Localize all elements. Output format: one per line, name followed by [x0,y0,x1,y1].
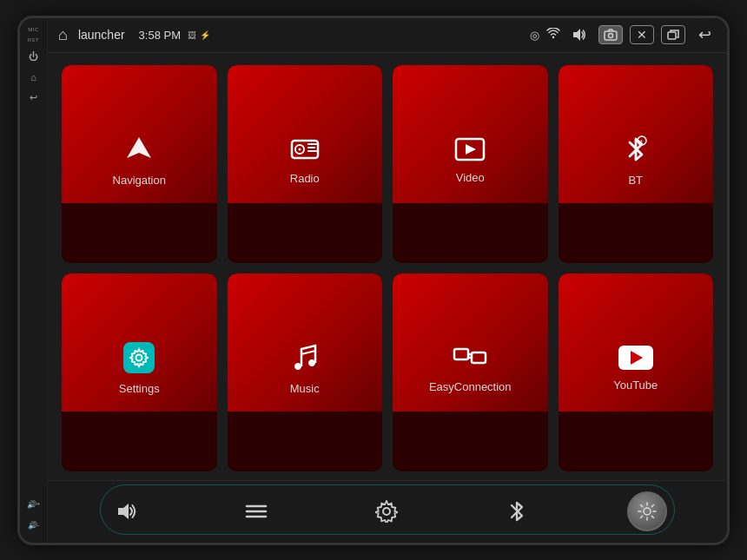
radio-label: Radio [290,172,320,185]
rst-label: RST [28,37,40,43]
svg-line-29 [641,505,643,507]
media-status-icons: 🖼 ⚡ [188,30,210,40]
bottom-bluetooth-button[interactable] [498,492,536,530]
navigation-label: Navigation [113,174,166,187]
bt-icon: * [624,134,648,165]
bottom-menu-button[interactable] [237,492,275,530]
youtube-play-button [631,351,643,365]
bt-tile[interactable]: * BT [559,65,714,263]
vol-up-button[interactable]: 🔊+ [25,496,43,513]
music-label: Music [290,382,320,395]
radio-tile[interactable]: Radio [228,65,383,263]
svg-marker-1 [573,29,580,41]
brightness-knob[interactable] [627,491,667,531]
music-tile[interactable]: Music [228,273,383,471]
youtube-icon-container [618,346,653,370]
home-icon[interactable]: ⌂ [58,26,68,44]
video-label: Video [456,171,485,184]
device-frame: MIC RST ⏻ ⌂ ↩ 🔊+ 🔊- ⌂ launcher 3:58 PM 🖼… [17,16,730,545]
svg-point-3 [609,34,613,38]
power-button[interactable]: ⏻ [25,48,43,65]
image-icon: 🖼 [188,30,196,40]
radio-icon [289,135,321,163]
app-row-1: Navigation Ra [62,65,713,263]
svg-text:*: * [640,138,643,146]
easyconnection-icon [453,344,487,372]
video-tile[interactable]: Video [393,65,548,263]
bottom-settings-button[interactable] [367,492,406,530]
home-hw-button[interactable]: ⌂ [25,69,43,86]
youtube-logo [618,346,653,370]
app-grid: Navigation Ra [48,53,727,480]
svg-point-23 [383,508,390,515]
youtube-label: YouTube [613,379,658,392]
easyconnection-tile[interactable]: EasyConnection [393,273,548,471]
back-button[interactable]: ↩ [692,25,717,44]
svg-line-31 [651,505,653,507]
svg-rect-18 [472,352,486,363]
close-button[interactable]: ✕ [630,25,654,44]
main-screen: ⌂ launcher 3:58 PM 🖼 ⚡ ◎ [48,18,727,543]
svg-rect-2 [605,31,617,40]
bottom-volume-button[interactable] [108,492,146,530]
navigation-tile[interactable]: Navigation [62,65,217,263]
video-icon [454,136,486,162]
youtube-tile[interactable]: YouTube [559,273,714,471]
settings-tile[interactable]: Settings [62,273,217,471]
usb-icon: ⚡ [200,30,210,40]
status-bar: ⌂ launcher 3:58 PM 🖼 ⚡ ◎ [48,18,727,53]
left-controls: MIC RST ⏻ ⌂ ↩ 🔊+ 🔊- [20,18,48,543]
bt-label: BT [628,174,643,187]
music-icon [291,342,319,373]
easyconnection-label: EasyConnection [429,380,512,393]
launcher-label: launcher [78,28,125,42]
svg-marker-5 [127,137,151,158]
svg-marker-19 [118,504,129,519]
svg-point-0 [552,36,554,37]
vol-down-button[interactable]: 🔊- [25,517,43,534]
app-row-2: Settings Music [62,273,713,471]
svg-rect-17 [454,349,468,359]
gear-container [123,342,155,373]
settings-icon [123,342,155,373]
bottom-bar [48,480,727,543]
svg-line-30 [651,516,653,517]
screenshot-button[interactable] [598,25,623,44]
time-display: 3:58 PM [139,29,181,42]
svg-rect-4 [668,32,676,39]
navigation-icon [123,134,155,165]
mic-label: MIC [28,27,39,32]
location-icon: ◎ [530,29,539,42]
svg-line-32 [641,516,643,517]
wifi-icon [546,28,560,43]
settings-label: Settings [119,382,160,395]
svg-point-8 [298,148,301,151]
svg-point-24 [644,508,651,515]
svg-point-16 [136,355,142,361]
svg-marker-13 [466,144,476,155]
window-button[interactable] [661,25,685,44]
back-hw-button[interactable]: ↩ [25,89,43,107]
volume-status-btn[interactable] [567,25,592,44]
status-right-icons: ◎ [530,25,717,44]
